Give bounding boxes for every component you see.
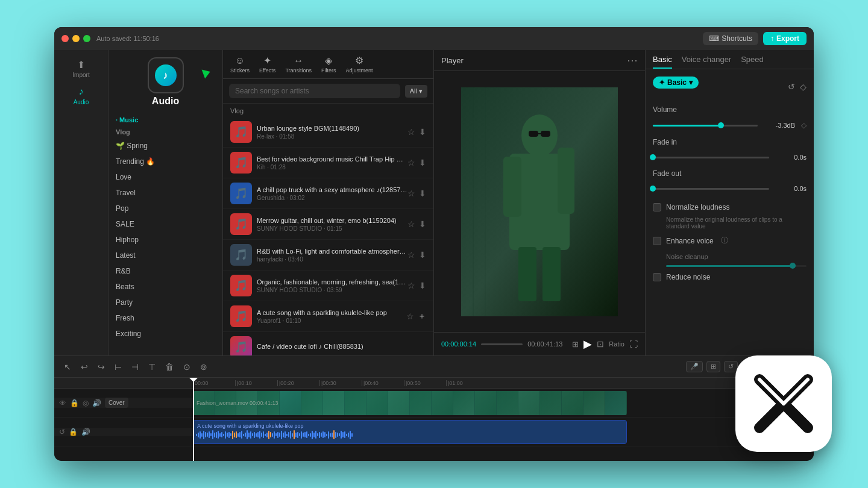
download-button[interactable]: ⬇	[419, 250, 426, 260]
volume-reset[interactable]: ◇	[801, 121, 807, 130]
favorite-button[interactable]: ☆	[407, 281, 415, 290]
category-party[interactable]: Party	[108, 295, 222, 310]
minimize-button[interactable]	[72, 35, 80, 42]
grid-view-icon[interactable]: ⊞	[572, 340, 579, 349]
crop-button[interactable]: ⊙	[181, 361, 193, 373]
download-button[interactable]: ⬇	[419, 158, 426, 167]
category-beats[interactable]: Beats	[108, 279, 222, 295]
favorite-button[interactable]: ☆	[407, 219, 415, 229]
player-menu-icon[interactable]: ⋯	[627, 54, 638, 67]
download-button[interactable]: ⬇	[419, 127, 426, 137]
download-button[interactable]: ⬇	[419, 189, 426, 198]
video-clip-container: Fashion_woman.mov 00:00:41:13	[193, 391, 814, 415]
close-button[interactable]	[61, 35, 69, 42]
favorite-button[interactable]: ☆	[407, 127, 415, 137]
split-both-button[interactable]: ⊤	[146, 361, 158, 373]
track-hide-icon[interactable]: ◎	[83, 399, 89, 407]
effects-btn[interactable]: ✦ Effects	[259, 55, 275, 74]
basic-pill[interactable]: ✦ Basic ▾	[653, 77, 699, 89]
favorite-button[interactable]: ☆	[407, 189, 415, 198]
music-item[interactable]: 🎵 Urban lounge style BGM(1148490) Re-lax…	[223, 117, 433, 148]
audio-track-volume-icon[interactable]: 🔊	[81, 428, 90, 436]
download-button[interactable]: ⬇	[419, 219, 426, 229]
tab-basic[interactable]: Basic	[653, 55, 672, 69]
music-item[interactable]: 🎵 Best for video background music Chill …	[223, 148, 433, 178]
category-trending[interactable]: Trending 🔥	[108, 154, 222, 169]
favorite-button[interactable]: ☆	[406, 311, 414, 321]
category-hiphop[interactable]: Hiphop	[108, 232, 222, 248]
category-love[interactable]: Love	[108, 169, 222, 185]
mic-button[interactable]: 🎤	[686, 361, 703, 372]
music-meta: SUNNY HOOD STUDIO · 03:59	[257, 287, 407, 293]
diamond-icon[interactable]: ◇	[800, 82, 807, 92]
split-button[interactable]: ⊢	[112, 361, 124, 373]
track-audio-icon[interactable]: 🔊	[92, 399, 101, 407]
sidebar-item-import[interactable]: ⬆ Import	[54, 55, 108, 82]
loop-button[interactable]: ↺	[724, 361, 738, 372]
tab-speed[interactable]: Speed	[741, 55, 764, 69]
select-tool-button[interactable]: ↖	[61, 361, 74, 373]
play-button[interactable]: ▶	[583, 337, 592, 351]
enhance-voice-info[interactable]: ⓘ	[721, 236, 728, 246]
audio-clip[interactable]: A cute song with a sparkling ukulele-lik…	[193, 420, 627, 444]
sidebar-item-audio[interactable]: ♪ Audio	[54, 82, 108, 109]
stickers-btn[interactable]: ☺ Stickers	[230, 55, 250, 74]
aspect-ratio-icon[interactable]: ⊡	[597, 339, 604, 349]
maximize-button[interactable]	[83, 35, 90, 42]
track-eye-icon[interactable]: 👁	[59, 399, 66, 407]
redo-button[interactable]: ↪	[95, 361, 107, 373]
favorite-button[interactable]: ☆	[407, 250, 415, 260]
video-clip[interactable]: Fashion_woman.mov 00:00:41:13	[193, 391, 627, 415]
ruler-marks: 00:00 |00:10 |00:20 |00:30 |00:40 |00:50…	[193, 380, 488, 386]
shortcuts-button[interactable]: ⌨ Shortcuts	[703, 32, 758, 45]
adjustment-btn[interactable]: ⚙ Adjustment	[346, 55, 373, 74]
audio-track-loop-icon[interactable]: ↺	[59, 428, 65, 436]
favorite-button[interactable]: ☆	[407, 158, 415, 167]
category-spring[interactable]: 🌱 Spring	[108, 138, 222, 154]
split-right-button[interactable]: ⊣	[129, 361, 141, 373]
undo-button[interactable]: ↩	[78, 361, 90, 373]
category-sale[interactable]: SALE	[108, 216, 222, 232]
tab-voice-changer[interactable]: Voice changer	[682, 55, 731, 69]
reduce-noise-row: Reduce noise	[653, 273, 807, 281]
download-button[interactable]: ⬇	[419, 281, 426, 290]
fade-out-slider[interactable]	[653, 188, 769, 190]
filters-btn[interactable]: ◈ Filters	[321, 55, 336, 74]
music-item[interactable]: 🎵 Merrow guitar, chill out, winter, emo …	[223, 209, 433, 240]
svg-point-2	[521, 114, 558, 157]
timeline-cursor[interactable]	[193, 378, 194, 461]
music-item[interactable]: 🎵 R&B with Lo-Fi, light and comfortable …	[223, 240, 433, 271]
add-to-timeline-button[interactable]: ＋	[418, 311, 426, 322]
undo-icon[interactable]: ↺	[788, 82, 795, 92]
category-travel[interactable]: Travel	[108, 185, 222, 201]
snap-button[interactable]: ⊞	[706, 361, 720, 372]
category-fresh[interactable]: Fresh	[108, 310, 222, 326]
category-pop[interactable]: Pop	[108, 201, 222, 216]
audio-track-lock-icon[interactable]: 🔒	[69, 428, 78, 436]
cover-button[interactable]: Cover	[105, 398, 128, 408]
mask-button[interactable]: ⊚	[198, 361, 210, 373]
svg-rect-4	[503, 157, 521, 217]
normalize-checkbox[interactable]	[653, 203, 661, 211]
volume-slider[interactable]	[653, 125, 758, 127]
music-item[interactable]: 🎵 Organic, fashionable, morning, refresh…	[223, 271, 433, 301]
music-item[interactable]: 🎵 Cafe / video cute lofi ♪ Chill(885831)	[223, 332, 433, 355]
player-controls: 00:00:00:14 00:00:41:13 ⊞ ▶ ⊡ Ratio ⛶	[434, 332, 645, 355]
search-input[interactable]	[229, 84, 400, 98]
fullscreen-icon[interactable]: ⛶	[629, 339, 638, 349]
delete-button[interactable]: 🗑	[163, 361, 176, 373]
transitions-btn[interactable]: ↔ Transitions	[285, 55, 312, 74]
category-latest[interactable]: Latest	[108, 248, 222, 263]
track-lock-icon[interactable]: 🔒	[70, 399, 79, 407]
music-item[interactable]: 🎵 A cute song with a sparkling ukulele-l…	[223, 301, 433, 332]
category-rb[interactable]: R&B	[108, 263, 222, 279]
category-exciting[interactable]: Exciting	[108, 326, 222, 342]
music-item[interactable]: 🎵 A chill pop truck with a sexy atmosphe…	[223, 178, 433, 209]
export-button[interactable]: ↑ Export	[763, 32, 807, 45]
reduce-noise-checkbox[interactable]	[653, 273, 661, 281]
all-filter-button[interactable]: All ▾	[405, 85, 427, 98]
enhance-voice-checkbox[interactable]	[653, 237, 661, 245]
fade-in-slider[interactable]	[653, 157, 769, 158]
ratio-label[interactable]: Ratio	[609, 340, 624, 348]
progress-bar[interactable]	[481, 343, 523, 345]
